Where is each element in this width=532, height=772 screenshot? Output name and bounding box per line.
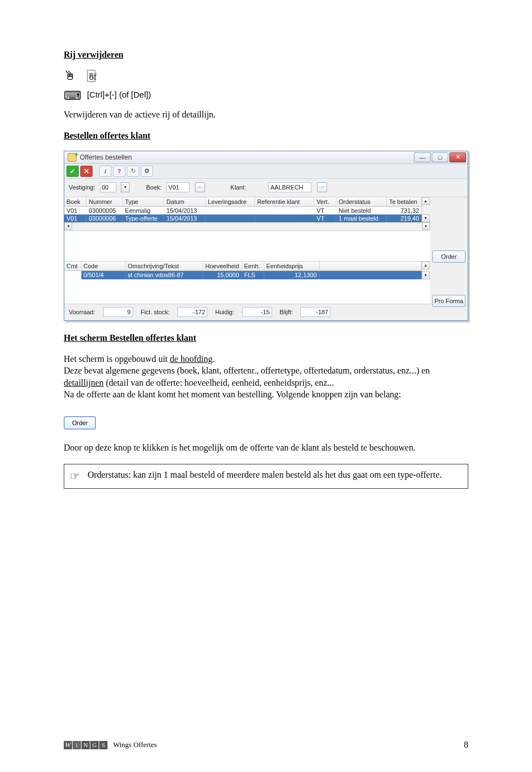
mouse-icon: 🖱 xyxy=(64,70,76,82)
heading-rij-verwijderen: Rij verwijderen xyxy=(64,50,468,60)
scroll-up-icon[interactable]: ▴ xyxy=(422,262,429,269)
hand-icon: ☞ xyxy=(70,469,80,484)
th-cmt[interactable]: Cmt xyxy=(64,262,81,271)
filter-row: Vestiging: 00 ▾ Boek: V01 ⋯ Klant: AALBR… xyxy=(64,179,468,197)
th-nummer[interactable]: Nummer xyxy=(86,197,122,207)
logo-g: G xyxy=(90,741,99,749)
boek-input[interactable]: V01 xyxy=(166,182,190,192)
klant-picker[interactable]: ⋯ xyxy=(317,182,327,192)
th-type[interactable]: Type xyxy=(122,197,164,207)
vestiging-dropdown[interactable]: ▾ xyxy=(121,182,130,192)
table-row[interactable]: V01 03000006 Type-offerte 15/04/2013 VT … xyxy=(64,214,422,222)
tool-icon[interactable]: ⚙ xyxy=(141,166,153,177)
para-door: Door op deze knop te klikken is het moge… xyxy=(64,442,468,454)
footer-logo: W i N G S Wings Offertes xyxy=(64,740,157,749)
proforma-button[interactable]: Pro Forma xyxy=(432,295,466,307)
huidig-value: -15 xyxy=(242,307,272,317)
shortcut-text: [Ctrl]+[-] (of [Del]) xyxy=(87,90,151,102)
blijft-label: Blijft: xyxy=(280,309,293,315)
logo-i: i xyxy=(73,741,81,749)
th-hoeveelheid[interactable]: Hoeveelheid xyxy=(203,262,242,271)
ok-button[interactable]: ✓ xyxy=(66,166,79,177)
order-button[interactable]: Order xyxy=(432,250,466,263)
th-eenheidsprijs[interactable]: Eenheidsprijs xyxy=(264,262,319,271)
heading-bestellen: Bestellen offertes klant xyxy=(64,131,468,141)
logo-n: N xyxy=(81,741,90,749)
titlebar: Offertes bestellen — □ ✕ xyxy=(64,151,468,164)
refresh-icon[interactable]: ↻ xyxy=(127,166,139,177)
maximize-button[interactable]: □ xyxy=(432,152,448,162)
logo-s: S xyxy=(99,741,108,749)
th-leveringsadres[interactable]: Leveringsadre xyxy=(206,197,255,207)
th-code[interactable]: Code xyxy=(81,262,125,271)
hscroll-main[interactable]: ◂ ▸ xyxy=(64,222,430,231)
order-button-inline[interactable]: Order xyxy=(64,416,96,430)
detail-table: Cmt Code Omschrijving/Tekst Hoeveelheid … xyxy=(64,262,422,279)
window-icon xyxy=(68,153,76,162)
note-text: Orderstatus: kan zijn 1 maal besteld of … xyxy=(88,469,442,484)
note-box: ☞ Orderstatus: kan zijn 1 maal besteld o… xyxy=(64,464,468,489)
th-tebetalen[interactable]: Te betalen xyxy=(387,197,422,207)
th-eenh[interactable]: Eenh. xyxy=(242,262,264,271)
th-referentie[interactable]: Referentie klant xyxy=(254,197,314,207)
huidig-label: Huidig: xyxy=(215,309,234,315)
vscroll-main[interactable]: ▴ ▾ xyxy=(422,197,430,222)
toolbar: ✓ ✕ i ? ↻ ⚙ xyxy=(64,164,468,179)
para-verwijderen: Verwijderen van de actieve rij of detail… xyxy=(64,109,468,121)
scroll-up-icon[interactable]: ▴ xyxy=(422,197,429,205)
cancel-toolbar-button[interactable]: ✕ xyxy=(80,166,93,177)
info-icon[interactable]: i xyxy=(99,166,111,177)
keyboard-icon: ⌨ xyxy=(64,90,81,102)
blijft-value: -187 xyxy=(300,307,330,317)
voorraad-label: Voorraad: xyxy=(69,309,95,315)
scroll-down-icon[interactable]: ▾ xyxy=(422,214,429,222)
window-title: Offertes bestellen xyxy=(80,154,414,161)
boek-label: Boek: xyxy=(146,184,162,191)
vestiging-input[interactable]: 00 xyxy=(100,182,116,192)
status-row: Voorraad: 9 Fict. stock: -172 Huidig: -1… xyxy=(64,304,430,320)
heading-scherm: Het scherm Bestellen offertes klant xyxy=(64,333,468,343)
table-row[interactable]: V01 03000005 Eenmalig 15/04/2013 VT Niet… xyxy=(64,206,422,214)
vscroll-detail[interactable]: ▴ ▾ xyxy=(422,262,430,279)
keyboard-line: ⌨ [Ctrl]+[-] (of [Del]) xyxy=(64,90,468,102)
scroll-down-icon[interactable]: ▾ xyxy=(422,272,429,279)
voorraad-value: 9 xyxy=(103,307,133,317)
offers-table: Boek Nummer Type Datum Leveringsadre Ref… xyxy=(64,197,422,222)
para-scherm-body: Het scherm is opgebouwd uit de hoofding.… xyxy=(64,353,468,401)
fict-label: Fict. stock: xyxy=(141,309,170,315)
boek-picker[interactable]: ⋯ xyxy=(195,182,205,192)
th-vert[interactable]: Vert. xyxy=(314,197,336,207)
footer-title: Wings Offertes xyxy=(113,740,157,749)
th-datum[interactable]: Datum xyxy=(164,197,206,207)
fict-value: -172 xyxy=(177,307,207,317)
logo-w: W xyxy=(64,741,72,749)
th-omschrijving[interactable]: Omschrijving/Tekst xyxy=(125,262,203,271)
detail-row[interactable]: ▸ 0/501/4 st chinian vdos86-87 15,0000 F… xyxy=(64,270,422,279)
th-orderstatus[interactable]: Orderstatus xyxy=(336,197,387,207)
of-line: of xyxy=(89,72,468,82)
vestiging-label: Vestiging: xyxy=(69,184,95,191)
klant-input[interactable]: AALBRECH xyxy=(268,182,311,192)
window-offertes-bestellen: Offertes bestellen — □ ✕ ✓ ✕ i ? ↻ ⚙ Ves… xyxy=(64,151,468,321)
page-number: 8 xyxy=(464,740,468,750)
help-icon[interactable]: ? xyxy=(113,166,125,177)
close-button[interactable]: ✕ xyxy=(449,152,466,162)
minimize-button[interactable]: — xyxy=(414,152,431,162)
th-boek[interactable]: Boek xyxy=(64,197,86,207)
klant-label: Klant: xyxy=(231,184,246,191)
